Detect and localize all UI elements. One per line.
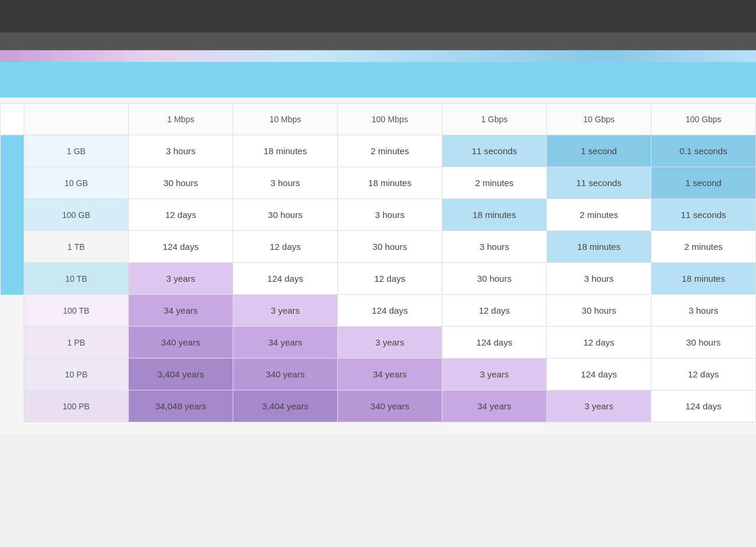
data-cell: 18 minutes [338, 167, 442, 199]
data-cell: 34 years [129, 295, 233, 327]
table-row: 1 PB340 years34 years3 years124 days12 d… [1, 327, 756, 359]
speed-header-100mbps: 100 Mbps [338, 104, 442, 135]
data-cell: 3,404 years [233, 390, 338, 422]
speed-header-1gbps: 1 Gbps [442, 104, 547, 135]
table-row: 100 TB34 years3 years124 days12 days30 h… [1, 295, 756, 327]
row-accent [1, 327, 24, 359]
data-cell: 2 minutes [338, 135, 442, 167]
data-cell: 12 days [651, 359, 756, 390]
data-cell: 3 hours [233, 167, 338, 199]
table-row: 1 TB124 days12 days30 hours3 hours18 min… [1, 231, 756, 263]
data-cell: 12 days [338, 263, 442, 295]
data-cell: 1 second [651, 167, 756, 199]
data-cell: 18 minutes [651, 263, 756, 295]
data-cell: 124 days [129, 231, 233, 263]
data-cell: 12 days [547, 327, 651, 359]
table-row: 100 PB34,048 years3,404 years340 years34… [1, 390, 756, 422]
data-cell: 2 minutes [651, 231, 756, 263]
data-cell: 0.1 seconds [651, 135, 756, 167]
data-cell: 124 days [442, 327, 547, 359]
size-header [24, 104, 129, 135]
row-accent [1, 199, 24, 231]
size-label: 100 GB [24, 199, 129, 231]
data-cell: 340 years [338, 390, 442, 422]
data-cell: 34 years [442, 390, 547, 422]
data-cell: 34 years [338, 359, 442, 390]
table-row: 10 TB3 years124 days12 days30 hours3 hou… [1, 263, 756, 295]
table-row: 1 GB3 hours18 minutes2 minutes11 seconds… [1, 135, 756, 167]
data-cell: 11 seconds [547, 167, 651, 199]
data-cell: 34,048 years [129, 390, 233, 422]
data-cell: 3 years [547, 390, 651, 422]
data-cell: 30 hours [129, 167, 233, 199]
top-bar [0, 0, 756, 32]
row-accent [1, 231, 24, 263]
data-cell: 124 days [547, 359, 651, 390]
size-label: 100 TB [24, 295, 129, 327]
data-cell: 12 days [233, 231, 338, 263]
data-cell: 3,404 years [129, 359, 233, 390]
data-cell: 18 minutes [233, 135, 338, 167]
row-accent [1, 359, 24, 390]
data-cell: 30 hours [338, 231, 442, 263]
data-cell: 1 second [547, 135, 651, 167]
data-cell: 3 years [233, 295, 338, 327]
data-cell: 340 years [129, 327, 233, 359]
size-label: 10 TB [24, 263, 129, 295]
data-cell: 18 minutes [547, 231, 651, 263]
data-cell: 12 days [129, 199, 233, 231]
data-cell: 3 hours [547, 263, 651, 295]
data-cell: 30 hours [651, 327, 756, 359]
row-accent [1, 167, 24, 199]
header-row: 1 Mbps 10 Mbps 100 Mbps 1 Gbps 10 Gbps 1… [1, 104, 756, 135]
nav-bar [0, 32, 756, 50]
data-cell: 3 hours [129, 135, 233, 167]
data-cell: 11 seconds [651, 199, 756, 231]
data-cell: 18 minutes [442, 199, 547, 231]
data-cell: 11 seconds [442, 135, 547, 167]
data-cell: 340 years [233, 359, 338, 390]
speed-header-1mbps: 1 Mbps [129, 104, 233, 135]
data-cell: 3 hours [651, 295, 756, 327]
data-cell: 3 years [442, 359, 547, 390]
data-cell: 3 hours [338, 199, 442, 231]
speed-header-10mbps: 10 Mbps [233, 104, 338, 135]
data-cell: 12 days [442, 295, 547, 327]
download-time-table: 1 Mbps 10 Mbps 100 Mbps 1 Gbps 10 Gbps 1… [0, 103, 756, 422]
table-row: 10 PB3,404 years340 years34 years3 years… [1, 359, 756, 390]
size-label: 10 PB [24, 359, 129, 390]
size-label: 1 PB [24, 327, 129, 359]
row-accent [1, 135, 24, 167]
size-label: 100 PB [24, 390, 129, 422]
data-cell: 3 hours [442, 231, 547, 263]
data-cell: 124 days [233, 263, 338, 295]
gradient-bar [0, 50, 756, 62]
data-cell: 3 years [338, 327, 442, 359]
size-label: 10 GB [24, 167, 129, 199]
data-cell: 2 minutes [547, 199, 651, 231]
data-cell: 124 days [651, 390, 756, 422]
data-cell: 30 hours [233, 199, 338, 231]
size-label: 1 GB [24, 135, 129, 167]
table-section: 1 Mbps 10 Mbps 100 Mbps 1 Gbps 10 Gbps 1… [0, 97, 756, 434]
data-cell: 124 days [338, 295, 442, 327]
data-cell: 30 hours [547, 295, 651, 327]
table-row: 100 GB12 days30 hours3 hours18 minutes2 … [1, 199, 756, 231]
row-accent [1, 295, 24, 327]
data-cell: 3 years [129, 263, 233, 295]
corner-accent [1, 104, 24, 135]
speed-header-10gbps: 10 Gbps [547, 104, 651, 135]
data-cell: 34 years [233, 327, 338, 359]
table-row: 10 GB30 hours3 hours18 minutes2 minutes1… [1, 167, 756, 199]
row-accent [1, 390, 24, 422]
size-label: 1 TB [24, 231, 129, 263]
data-cell: 2 minutes [442, 167, 547, 199]
data-cell: 30 hours [442, 263, 547, 295]
speed-header-100gbps: 100 Gbps [651, 104, 756, 135]
row-accent [1, 263, 24, 295]
hero-section [0, 62, 756, 97]
